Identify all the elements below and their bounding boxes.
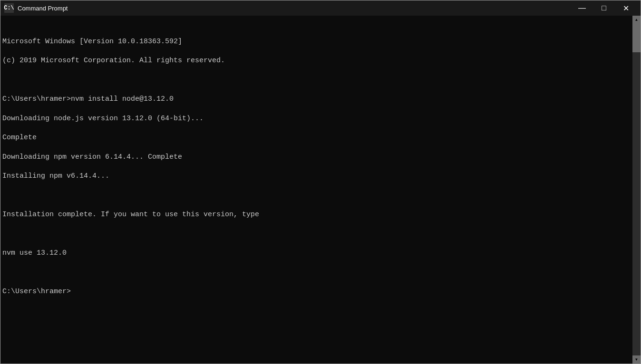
terminal-line — [2, 76, 631, 85]
terminal-line — [2, 230, 631, 239]
terminal-line: nvm use 13.12.0 — [2, 249, 631, 258]
terminal-output[interactable]: Microsoft Windows [Version 10.0.18363.59… — [0, 16, 632, 364]
terminal-line: C:\Users\hramer> — [2, 287, 631, 297]
terminal-line: Complete — [2, 133, 631, 143]
title-bar: C:\ Command Prompt — □ ✕ — [0, 0, 641, 16]
terminal-line: Microsoft Windows [Version 10.0.18363.59… — [2, 37, 631, 47]
terminal-line: (c) 2019 Microsoft Corporation. All righ… — [2, 56, 631, 66]
terminal-line: Downloading npm version 6.14.4... Comple… — [2, 153, 631, 162]
scrollbar[interactable]: ▲ ▼ — [632, 16, 641, 364]
scroll-up-button[interactable]: ▲ — [632, 16, 641, 24]
close-icon: ✕ — [623, 4, 629, 13]
terminal-body: Microsoft Windows [Version 10.0.18363.59… — [0, 16, 641, 364]
terminal-line: Installing npm v6.14.4... — [2, 172, 631, 181]
window-title: Command Prompt — [18, 5, 571, 12]
maximize-button[interactable]: □ — [593, 0, 615, 16]
terminal-line — [2, 268, 631, 278]
terminal-line: Installation complete. If you want to us… — [2, 210, 631, 220]
app-icon: C:\ — [4, 3, 14, 13]
maximize-icon: □ — [602, 4, 606, 12]
window: C:\ Command Prompt — □ ✕ Microsoft Windo… — [0, 0, 641, 364]
scrollbar-track[interactable] — [632, 24, 641, 355]
minimize-icon: — — [578, 4, 586, 12]
close-button[interactable]: ✕ — [615, 0, 637, 16]
terminal-line — [2, 191, 631, 201]
scroll-down-button[interactable]: ▼ — [632, 355, 641, 364]
scrollbar-thumb[interactable] — [632, 24, 641, 52]
terminal-line: C:\Users\hramer>nvm install node@13.12.0 — [2, 95, 631, 104]
minimize-button[interactable]: — — [571, 0, 593, 16]
window-controls: — □ ✕ — [571, 0, 637, 16]
terminal-line: Downloading node.js version 13.12.0 (64-… — [2, 114, 631, 124]
